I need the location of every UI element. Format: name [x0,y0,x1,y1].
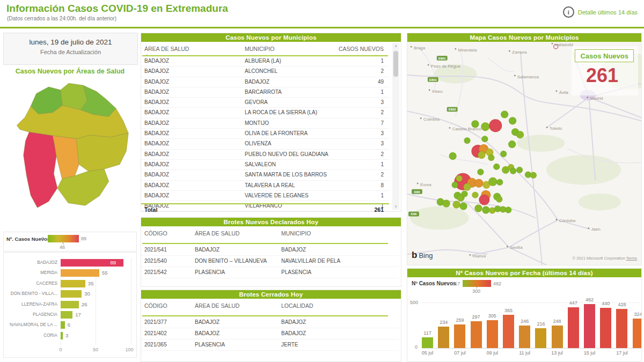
table-cell: BADAJOZ [144,58,169,64]
region-donbenito[interactable] [76,133,128,171]
table-row[interactable]: BADAJOZBADAJOZ49 [141,77,389,87]
table-cell: VALVERDE DE LEGANES [245,193,309,198]
map-bubble[interactable] [460,203,467,210]
column-header-localidad[interactable]: LOCALIDAD [281,302,313,309]
map-bubble[interactable] [452,182,458,188]
map-bubble[interactable] [462,191,468,197]
map-bubble[interactable] [478,151,485,159]
table-row[interactable]: BADAJOZSANTA MARTA DE LOS BARROS2 [141,170,389,180]
bar[interactable] [61,311,72,319]
map-bubble[interactable] [496,179,503,186]
column-header-area[interactable]: ÁREA DE SALUD [144,46,189,52]
map-bubble[interactable] [477,169,484,175]
bar-row: CORIA3 [4,331,136,341]
table-row[interactable]: BADAJOZTALAVERA LA REAL8 [141,181,389,191]
table-row[interactable]: 2021/541BADAJOZBADAJOZ [141,245,399,256]
table-row[interactable]: 2021/365PLASENCIAJERTE [141,339,399,351]
map-bubble[interactable] [474,179,483,188]
table-row[interactable]: BADAJOZLA ROCA DE LA SIERRA (LA)2 [141,108,389,118]
map-bubble[interactable] [500,151,507,157]
x-axis-tick-label: 05 jul [419,350,436,356]
map-bubble[interactable] [508,141,516,148]
table-row[interactable]: BADAJOZALCONCHEL2 [141,67,389,77]
table-row[interactable]: 2021/540DON BENITO – VILLANUEVANAVALVILL… [141,256,399,267]
scrollbar-thumb[interactable] [393,51,398,77]
column-header-casos[interactable]: CASOS NUEVOS [339,46,384,52]
bar[interactable] [600,308,611,348]
column-header-municipio[interactable]: MUNICIPIO [281,230,311,237]
bar[interactable] [438,327,449,348]
region-badajoz[interactable] [24,132,57,208]
table-row[interactable]: BADAJOZOLIVA DE LA FRONTERA3 [141,129,389,139]
map-bubble[interactable] [516,167,523,173]
map-bubble[interactable] [509,117,516,124]
column-header-codigo[interactable]: CÓDIGO [144,230,167,237]
bar[interactable] [584,304,595,348]
table-row[interactable]: BADAJOZOLIVENZA3 [141,139,389,149]
map-bubble[interactable] [488,178,497,186]
vertical-scrollbar[interactable]: ∧ ∨ [392,43,399,210]
detail-last-14-days-link[interactable]: i Detalle últimos 14 días [563,6,638,18]
column-header-area[interactable]: ÁREA DE SALUD [195,302,239,309]
bar[interactable] [61,290,82,298]
bar[interactable] [503,315,514,348]
map-bubble[interactable] [510,168,516,174]
map-bubble[interactable] [488,154,494,161]
map-bubble[interactable] [449,152,457,160]
bar[interactable] [519,326,530,348]
table-row[interactable]: BADAJOZSALVALEON1 [141,160,389,170]
bar[interactable] [616,309,627,348]
table-row[interactable]: BADAJOZPUEBLO NUEVO DEL GUADIANA2 [141,150,389,160]
map-bubble[interactable] [464,137,471,144]
map-bubble[interactable] [474,205,482,212]
table-row[interactable]: BADAJOZALBUERA (LA)1 [141,56,389,67]
column-header-municipio[interactable]: MUNICIPIO [245,46,274,52]
table-row[interactable]: 2021/402BADAJOZBADAJOZ [141,328,399,339]
bar[interactable] [61,301,79,308]
bar[interactable] [454,324,465,348]
map-bubble[interactable] [456,175,463,182]
map-bubble[interactable] [496,196,502,203]
map-bubble[interactable] [489,119,502,132]
bar[interactable] [61,321,65,329]
bar[interactable] [471,321,482,348]
map-bubble[interactable] [493,164,500,170]
table-row[interactable]: 2021/377BADAJOZBADAJOZ [141,317,399,328]
table-row[interactable]: BADAJOZMONTIJO7 [141,119,389,129]
bar[interactable] [61,332,63,339]
map-bubble[interactable] [482,206,489,214]
terms-link[interactable]: Terms [626,256,637,261]
table-row[interactable]: BADAJOZBARCARROTA1 [141,87,389,98]
column-header-area[interactable]: ÁREA DE SALUD [195,230,239,237]
map-bubble[interactable] [530,172,537,179]
map-bubble[interactable] [479,195,489,205]
map-bubble[interactable] [472,192,478,198]
bar[interactable] [487,320,498,348]
table-row[interactable]: BADAJOZVALVERDE DE LEGANES1 [141,191,389,201]
map-bubble[interactable] [481,136,488,142]
bar[interactable] [633,319,642,348]
bar[interactable] [535,328,546,348]
map-bubble[interactable] [481,122,489,131]
scroll-up-icon[interactable]: ∧ [392,44,399,48]
table-row[interactable]: BADAJOZGEVORA3 [141,98,389,108]
map-bubble[interactable] [505,207,511,213]
map-bubble[interactable] [471,120,479,128]
map-bubble[interactable] [516,131,524,138]
map-bubble[interactable] [443,200,450,208]
bar[interactable] [61,269,99,277]
region-merida[interactable] [53,136,79,179]
brotes-nuevos-title: Brotes Nuevos Declarados Hoy [141,218,401,226]
bar[interactable] [552,326,563,348]
map-bubble[interactable] [453,201,460,209]
column-header-codigo[interactable]: CÓDIGO [144,302,167,309]
map-city-dot [509,50,510,51]
scroll-down-icon[interactable]: ∨ [392,204,399,209]
bar[interactable] [61,280,85,287]
table-row[interactable]: 2021/542PLASENCIAPLASENCIA [141,267,399,278]
areas-choropleth-map[interactable] [8,77,131,218]
bar[interactable] [422,337,433,348]
map-bubble[interactable] [501,110,508,118]
map-bubble[interactable] [464,183,471,191]
bar[interactable] [568,307,579,348]
